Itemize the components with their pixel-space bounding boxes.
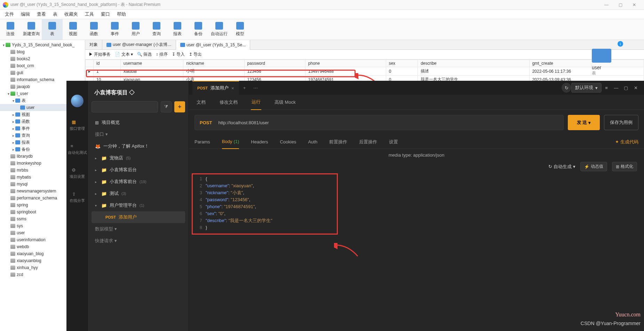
tree-item[interactable]: guli bbox=[0, 69, 85, 76]
content-tab[interactable]: 对象 bbox=[85, 40, 102, 50]
menu-item[interactable]: 帮助 bbox=[117, 11, 126, 17]
toolbar-zoom[interactable]: 查询 bbox=[146, 19, 167, 40]
method-label[interactable]: POST bbox=[200, 120, 212, 125]
search-input[interactable] bbox=[92, 101, 158, 112]
tree-item[interactable]: books2 bbox=[0, 55, 85, 62]
open-tab[interactable]: POST 添加用户 × bbox=[192, 81, 239, 95]
api-section[interactable]: 接口 ▾ bbox=[92, 128, 185, 140]
minimize-button[interactable]: — bbox=[599, 2, 613, 7]
url-input[interactable]: http://localhost:8081/user bbox=[218, 120, 269, 125]
toolbar-model[interactable]: 模型 bbox=[230, 19, 251, 40]
url-box[interactable]: POST http://localhost:8081/user bbox=[194, 115, 564, 130]
folder-item[interactable]: ▸📁宠物店(5) bbox=[92, 152, 185, 164]
cell[interactable]: 123456 bbox=[244, 67, 305, 76]
toolbar-plug[interactable]: 连接 bbox=[0, 19, 21, 40]
rail-auto-icon[interactable]: ≡ bbox=[68, 142, 76, 150]
toolbar-grid[interactable]: 表 bbox=[42, 19, 63, 40]
api-hint[interactable]: 🦊一分钟，了解 Apifox！ bbox=[92, 140, 185, 152]
menu-item[interactable]: 收藏夹 bbox=[64, 11, 78, 17]
quick-request[interactable]: 快捷请求 ▾ bbox=[92, 235, 185, 247]
menu-item[interactable]: 查看 bbox=[37, 11, 46, 17]
format-button[interactable]: ⊞ 格式化 bbox=[612, 162, 637, 171]
info-icon[interactable]: i bbox=[618, 41, 623, 47]
column-header[interactable]: id bbox=[94, 60, 121, 67]
menu-item[interactable]: 编辑 bbox=[21, 11, 30, 17]
toolbar-clock[interactable]: 事件 bbox=[104, 19, 125, 40]
generate-code[interactable]: ✦ 生成代码 bbox=[615, 139, 638, 145]
req-tab[interactable]: Body (1) bbox=[222, 135, 239, 149]
toolbar-eye[interactable]: 视图 bbox=[63, 19, 84, 40]
menu-icon[interactable]: ≡ bbox=[602, 85, 611, 90]
table-action[interactable]: ▶ 开始事务 bbox=[89, 52, 111, 57]
toolbar-docplus[interactable]: 新建查询 bbox=[21, 19, 42, 40]
cell[interactable]: 0 bbox=[386, 67, 418, 76]
rail-share-icon[interactable]: ⇪ bbox=[70, 190, 78, 198]
tree-item[interactable]: ▾Yyds_3_15_Second_hand_book_ bbox=[0, 41, 85, 48]
refresh-button[interactable]: ↻ bbox=[562, 83, 571, 93]
toolbar-auto[interactable]: 自动运行 bbox=[209, 19, 230, 40]
json-editor[interactable]: 12345678 { "username": "xiaoyuan", "nick… bbox=[194, 175, 638, 231]
doc-tab[interactable]: 运行 bbox=[251, 95, 261, 110]
folder-item[interactable]: ▸📁小袁博客前台(19) bbox=[92, 176, 185, 188]
min-icon[interactable]: — bbox=[611, 85, 621, 90]
content-tab[interactable]: user @user-manager (小袁博… bbox=[102, 40, 176, 50]
more-tabs-button[interactable]: ⋯ bbox=[250, 85, 261, 90]
column-header[interactable]: nickname bbox=[183, 60, 244, 67]
maximize-button[interactable]: ▢ bbox=[613, 2, 627, 7]
column-header[interactable]: username bbox=[120, 60, 183, 67]
selected-request[interactable]: POST 添加用户 bbox=[92, 211, 185, 223]
env-selector[interactable]: 默认环境▾ bbox=[571, 83, 602, 93]
auto-generate-button[interactable]: ↻ 自动生成 ▾ bbox=[548, 164, 575, 170]
send-button[interactable]: 发 送▾ bbox=[568, 115, 600, 130]
req-tab[interactable]: 前置操作 bbox=[329, 135, 347, 149]
cell[interactable]: 1 bbox=[94, 67, 121, 76]
tree-item[interactable]: boot_crm bbox=[0, 62, 85, 69]
table-action[interactable]: ↥ 导出 bbox=[189, 52, 202, 57]
menu-item[interactable]: 窗口 bbox=[101, 11, 110, 17]
overview-item[interactable]: ⊞项目概览 bbox=[92, 117, 185, 128]
req-tab[interactable]: Cookies bbox=[280, 135, 296, 149]
table-action[interactable]: 📄 文本 ▾ bbox=[115, 52, 133, 57]
rail-settings-icon[interactable]: ⚙ bbox=[70, 166, 78, 174]
content-tab[interactable]: user @l_user (Yyds_3_15_Se... bbox=[176, 40, 250, 50]
filter-button[interactable]: ⧩ bbox=[161, 101, 172, 112]
new-tab-button[interactable]: + bbox=[239, 85, 250, 90]
toolbar-fx[interactable]: 函数 bbox=[84, 19, 104, 40]
column-header[interactable]: describe bbox=[418, 60, 530, 67]
doc-tab[interactable]: 文档 bbox=[196, 95, 206, 110]
save-case-button[interactable]: 保存为用例 bbox=[604, 115, 638, 130]
folder-item[interactable]: ▸📁小袁博客后台 bbox=[92, 164, 185, 176]
table-action[interactable]: ↧ 导入 bbox=[172, 52, 185, 57]
table-action[interactable]: ↕ 排序 bbox=[156, 52, 167, 57]
folder-item[interactable]: ▾📁用户管理平台(1) bbox=[92, 199, 185, 211]
doc-tab[interactable]: 高级 Mock bbox=[274, 95, 296, 110]
table-action[interactable]: 🔍 筛选 bbox=[137, 52, 152, 57]
dynamic-value-button[interactable]: ⚡ 动态值 bbox=[580, 162, 607, 171]
cell[interactable]: 小明 bbox=[183, 67, 244, 76]
req-tab[interactable]: Auth bbox=[308, 135, 317, 149]
rail-api-icon[interactable]: ▦ bbox=[70, 118, 78, 126]
menu-item[interactable]: 表 bbox=[53, 11, 57, 17]
folder-item[interactable]: ▸📁测试(3) bbox=[92, 188, 185, 199]
menu-item[interactable]: 文件 bbox=[5, 11, 14, 17]
cell[interactable]: xiaobai bbox=[120, 67, 183, 76]
close-button[interactable]: ✕ bbox=[627, 2, 641, 7]
project-title[interactable]: 小袁博客项目 ◇ bbox=[92, 87, 185, 101]
toolbar-backup[interactable]: 备份 bbox=[188, 19, 209, 40]
req-tab[interactable]: 设置 bbox=[389, 135, 398, 149]
toolbar-report[interactable]: 报表 bbox=[167, 19, 188, 40]
toolbar-user[interactable]: 用户 bbox=[125, 19, 146, 40]
close-icon[interactable]: ✕ bbox=[631, 85, 641, 90]
column-header[interactable]: phone bbox=[305, 60, 386, 67]
doc-tab[interactable]: 修改文档 bbox=[219, 95, 238, 110]
data-model[interactable]: 数据模型 ▾ bbox=[92, 223, 185, 235]
column-header[interactable]: password bbox=[244, 60, 305, 67]
max-icon[interactable]: ▢ bbox=[621, 85, 631, 90]
req-tab[interactable]: Params bbox=[194, 135, 210, 149]
close-tab-icon[interactable]: × bbox=[231, 86, 234, 91]
column-header[interactable]: sex bbox=[386, 60, 418, 67]
tree-item[interactable]: blog bbox=[0, 48, 85, 55]
avatar-icon[interactable] bbox=[71, 95, 84, 107]
req-tab[interactable]: Headers bbox=[251, 135, 268, 149]
menu-item[interactable]: 工具 bbox=[85, 11, 94, 17]
